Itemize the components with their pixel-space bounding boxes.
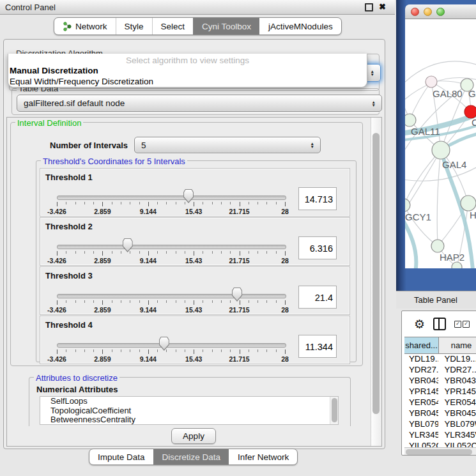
split-columns-icon[interactable] [433,318,446,330]
table-row[interactable]: YLR345WYLR345W [404,430,476,441]
network-graph[interactable]: GAL80GACGAL11GAL4GCY1HHAP2 [405,19,476,268]
table-data-combobox[interactable]: galFiltered.sif default node ▲▼ [17,95,382,112]
network-node-GCY1[interactable] [405,199,410,211]
vertical-scrollbar-thumb[interactable] [372,133,380,414]
network-icon [63,22,72,31]
tab-network[interactable]: Network [54,18,116,35]
cell-shared-name[interactable]: YBL079W [404,419,438,430]
threshold-1-slider-thumb[interactable] [183,189,194,203]
tab-impute-data[interactable]: Impute Data [89,449,153,464]
table-row[interactable]: YBR045CYBR045C [404,408,476,419]
threshold-2-slider-thumb[interactable] [123,238,133,252]
table-row[interactable]: YDL19...YDL19... [404,354,476,365]
tab-style[interactable]: Style [116,18,152,35]
network-node-C[interactable] [464,105,476,118]
horizontal-scrollbar[interactable] [404,447,476,456]
cell-name[interactable]: YDR27... [438,365,476,376]
cell-name[interactable]: YLR345W [438,430,476,441]
cell-shared-name[interactable]: YDL19... [404,354,438,365]
dropdown-item-manual-discretization[interactable]: Manual Discretization [8,65,367,76]
attribute-list-item[interactable]: SelfLoops [40,397,338,406]
gear-icon[interactable]: ⚙ [414,318,425,330]
threshold-2-value-field[interactable]: 6.316 [298,236,337,259]
tab-style-label: Style [125,22,144,31]
checkbox-icon[interactable]: ✓ [454,321,461,328]
float-window-icon[interactable] [365,3,373,12]
threshold-1-value-field[interactable]: 14.713 [298,187,337,210]
numerical-attributes-list[interactable]: SelfLoopsTopologicalCoefficientBetweenne… [40,396,339,425]
network-node-GAL4[interactable] [432,141,450,159]
threshold-3-slider-thumb[interactable] [232,288,242,302]
minimize-traffic-light[interactable] [424,8,432,16]
threshold-4-slider-thumb[interactable] [159,337,169,351]
cell-shared-name[interactable]: YER054C [404,397,438,408]
tab-network-label: Network [75,22,107,31]
tab-jactivemnodules[interactable]: jActiveMNodules [259,18,341,35]
column-header-shared-name[interactable]: shared... [404,337,439,353]
tab-impute-data-label: Impute Data [98,452,145,462]
cell-shared-name[interactable]: YLR345W [404,430,438,441]
close-icon[interactable]: ✖ [379,4,386,10]
bottom-tab-strip: Impute Data Discretize Data Infer Networ… [89,449,298,465]
threshold-4-label: Threshold 4 [45,320,93,330]
network-canvas[interactable]: GAL80GACGAL11GAL4GCY1HHAP2 [405,19,476,268]
threshold-3-value-field[interactable]: 21.4 [298,286,337,309]
close-traffic-light[interactable] [411,8,419,16]
table-row[interactable]: YBR043CYBR043C [404,376,476,387]
table-row[interactable]: YPR145WYPR145W [404,387,476,397]
cell-shared-name[interactable]: YIL052C [404,441,438,447]
threshold-4-value-field[interactable]: 11.344 [298,335,337,358]
attribute-list-item[interactable]: BetweennessCentrality [40,415,338,425]
table-body: YDL19...YDL19...YDR27...YDR27...YBR043CY… [404,354,476,447]
threshold-3-slider-track[interactable] [57,294,286,298]
threshold-2-slider-track[interactable] [57,245,286,249]
table-row[interactable]: YDR27...YDR27... [404,365,476,376]
tab-cyni-toolbox[interactable]: Cyni Toolbox [193,18,259,35]
node-label: C [472,117,476,128]
list-scrollbar[interactable] [330,397,338,424]
dropdown-item-equal-width[interactable]: Equal Width/Frequency Discretization [8,76,367,87]
node-label: GCY1 [405,211,431,222]
tab-discretize-data[interactable]: Discretize Data [153,449,229,464]
apply-button[interactable]: Apply [171,428,216,444]
tab-select[interactable]: Select [152,18,194,35]
cell-name[interactable]: YBL079W [438,419,476,430]
network-node-GAL80[interactable] [426,76,437,88]
cell-name[interactable]: YPR145W [438,387,476,397]
checkbox-icons[interactable]: ✓ ✓ [454,321,470,328]
control-panel: Control Panel ✖ Network Style Select Cyn… [0,0,395,476]
table-row[interactable]: YIL052CYIL052C [404,441,476,447]
threshold-4-slider-track[interactable] [57,343,286,348]
network-node-unlabeled[interactable] [452,262,462,268]
cell-name[interactable]: YIL052C [438,441,476,447]
node-label: GAL80 [433,88,463,99]
column-header-name[interactable]: name [439,337,476,353]
network-node-HAP2[interactable] [431,240,444,252]
list-scrollbar-thumb[interactable] [332,398,337,422]
number-of-intervals-combobox[interactable]: 5 ▲▼ [134,137,321,153]
table-row[interactable]: YER054CYER054C [404,397,476,408]
tab-infer-network[interactable]: Infer Network [229,449,297,464]
threshold-1-panel: Threshold 1 -3.4262.8599.14415.4321.7152… [40,168,350,217]
algorithm-dropdown-popup: Select algorithm to view settings Manual… [8,54,367,88]
cell-name[interactable]: YDL19... [438,354,476,365]
cell-name[interactable]: YER054C [438,397,476,408]
cell-name[interactable]: YBR043C [438,376,476,387]
horizontal-scrollbar-thumb[interactable] [406,449,472,455]
cell-shared-name[interactable]: YBR045C [404,408,438,419]
network-node-H[interactable] [461,196,476,211]
table-row[interactable]: YBL079WYBL079W [404,419,476,430]
threshold-4-panel: Threshold 4 -3.4262.8599.14415.4321.7152… [40,316,350,364]
cell-shared-name[interactable]: YBR043C [404,376,438,387]
network-node-GAL11[interactable] [405,114,416,127]
attribute-list-item[interactable]: TopologicalCoefficient [40,406,338,416]
threshold-1-slider-track[interactable] [57,196,286,200]
checkbox-icon[interactable]: ✓ [463,321,470,328]
vertical-scrollbar[interactable] [371,118,381,446]
network-window-titlebar [405,4,476,19]
cell-name[interactable]: YBR045C [438,408,476,419]
cell-shared-name[interactable]: YDR27... [404,365,438,376]
thresholds-group-title: Threshold's Coordinates for 5 Intervals [41,157,187,166]
cell-shared-name[interactable]: YPR145W [404,387,438,397]
zoom-traffic-light[interactable] [436,8,445,16]
